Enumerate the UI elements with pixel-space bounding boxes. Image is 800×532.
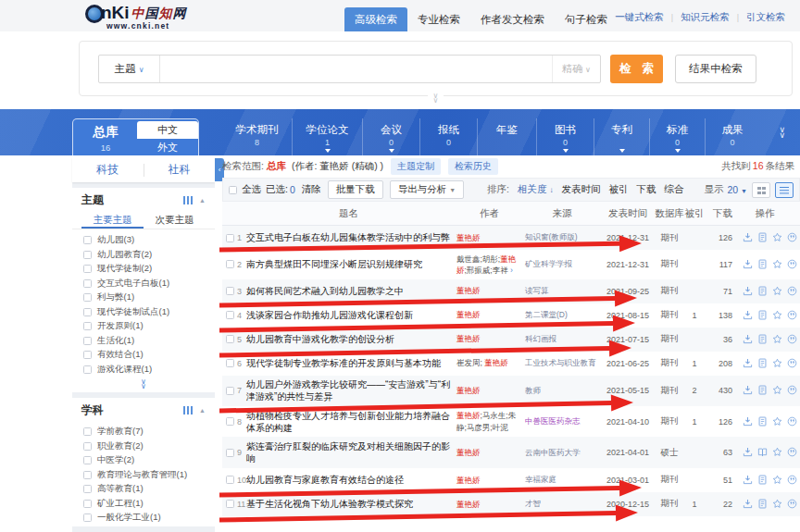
cite-icon[interactable]: [787, 256, 797, 273]
sort-被引[interactable]: 被引: [608, 183, 628, 196]
nav-tab[interactable]: 专业检索: [407, 7, 470, 31]
result-title[interactable]: 交互式电子白板在幼儿园集体教学活动中的利与弊: [246, 231, 456, 243]
row-checkbox[interactable]: [226, 476, 234, 484]
quick-link[interactable]: 一键式检索: [607, 11, 671, 24]
field-selector[interactable]: 主题 ∨: [99, 56, 160, 82]
filter-item[interactable]: 中医学(2): [72, 453, 215, 468]
col-header[interactable]: 发表时间: [601, 207, 655, 220]
filter-item[interactable]: 职业教育(2): [72, 439, 215, 454]
row-checkbox[interactable]: [226, 234, 234, 242]
cite-icon[interactable]: [787, 307, 797, 324]
col-header[interactable]: 数据库: [655, 207, 684, 220]
cite-icon[interactable]: [787, 496, 797, 513]
filter-item[interactable]: 利与弊(1): [72, 291, 215, 305]
result-authors[interactable]: 崔发周; 董艳娇: [456, 357, 525, 368]
search-button[interactable]: 检 索: [610, 55, 663, 83]
sort-发表时间[interactable]: 发表时间: [561, 183, 600, 196]
row-checkbox[interactable]: [226, 311, 234, 319]
row-checkbox[interactable]: [226, 287, 234, 295]
topic-custom-button[interactable]: 主题定制: [391, 158, 441, 175]
collect-star-icon[interactable]: [772, 307, 782, 324]
db-category-专利[interactable]: 专利: [594, 118, 650, 155]
result-title[interactable]: 幼儿园户外游戏教学比较研究——“安吉游戏”与“利津游戏”的共性与差异: [246, 378, 456, 402]
result-title[interactable]: 基于生活化视角下幼儿体验教学模式探究: [246, 498, 456, 510]
cite-icon[interactable]: [787, 472, 797, 489]
filter-item[interactable]: 交互式电子白板(1): [72, 277, 215, 291]
download-icon[interactable]: [743, 472, 753, 489]
result-title[interactable]: 浅谈家园合作助推幼儿园游戏化课程创新: [246, 309, 456, 321]
filter-item[interactable]: 高等教育(1): [72, 482, 215, 497]
result-source[interactable]: 工业技术与职业教育: [525, 358, 601, 368]
read-html-icon[interactable]: [757, 414, 768, 430]
result-authors[interactable]: 董艳娇: [456, 499, 525, 510]
db-category-会议[interactable]: 会议0: [363, 118, 420, 155]
collect-star-icon[interactable]: [772, 444, 782, 461]
export-analyze-button[interactable]: 导出与分析 ▼: [390, 180, 464, 199]
result-downloads[interactable]: 138: [705, 311, 732, 320]
result-downloads[interactable]: 71: [705, 287, 732, 296]
checkbox[interactable]: [83, 337, 92, 345]
collect-star-icon[interactable]: [772, 382, 782, 399]
collapse-icon[interactable]: ▲: [199, 407, 206, 414]
sort-相关度[interactable]: 相关度 ↓: [518, 183, 553, 196]
filter-item[interactable]: 游戏化课程(1): [72, 363, 215, 377]
cite-icon[interactable]: [787, 229, 797, 246]
tab-science[interactable]: 科技: [72, 162, 144, 178]
subtab[interactable]: 次要主题: [144, 211, 206, 229]
result-authors[interactable]: 戴世鑫;胡彤;董艳娇;邢振威;李祥 ›: [456, 254, 525, 277]
read-html-icon[interactable]: [757, 307, 768, 324]
download-icon[interactable]: [743, 307, 753, 324]
col-header[interactable]: 操作: [732, 207, 800, 220]
result-downloads[interactable]: 430: [705, 386, 732, 395]
collect-star-icon[interactable]: [772, 331, 782, 348]
result-cited[interactable]: 2: [684, 386, 705, 395]
result-source[interactable]: 矿业科学学报: [525, 259, 601, 269]
collect-star-icon[interactable]: [772, 472, 782, 489]
collect-star-icon[interactable]: [772, 355, 782, 372]
row-checkbox[interactable]: [226, 359, 234, 367]
result-downloads[interactable]: 126: [705, 417, 732, 427]
checkbox[interactable]: [83, 279, 92, 288]
expand-authors-icon[interactable]: ›: [510, 266, 513, 275]
total-db-block[interactable]: 总库16 中文 外文: [72, 118, 199, 155]
col-header[interactable]: 题名: [246, 207, 456, 220]
checkbox[interactable]: [83, 500, 92, 508]
checkbox[interactable]: [83, 265, 92, 273]
filter-item[interactable]: 一般化学工业(1): [72, 511, 215, 526]
db-category-学位论文[interactable]: 学位论文1: [293, 118, 363, 155]
db-category-标准[interactable]: 标准0: [650, 118, 706, 155]
result-source[interactable]: 教师: [525, 386, 601, 396]
nav-tab[interactable]: 高级检索: [344, 7, 407, 31]
col-header[interactable]: 下载: [705, 207, 732, 220]
checkbox[interactable]: [83, 322, 92, 330]
db-category-成果[interactable]: 成果0: [706, 118, 759, 155]
result-source[interactable]: 中兽医医药杂志: [525, 416, 601, 427]
page-size-select[interactable]: 20 ▼: [727, 184, 747, 195]
filter-item[interactable]: 矿业工程(1): [72, 497, 215, 512]
result-authors[interactable]: 董艳娇: [456, 385, 525, 396]
checkbox[interactable]: [83, 456, 92, 464]
result-authors[interactable]: 董艳娇: [456, 309, 525, 320]
sort-综合[interactable]: 综合: [664, 183, 683, 196]
result-authors[interactable]: 董艳娇: [456, 333, 525, 344]
result-source[interactable]: 读写算: [525, 286, 601, 296]
checkbox[interactable]: [83, 485, 92, 493]
read-html-icon[interactable]: [757, 283, 768, 300]
filter-item[interactable]: 现代学徒制(2): [72, 262, 215, 277]
result-source[interactable]: 知识窗(教师版): [525, 232, 601, 242]
tab-chinese[interactable]: 中文: [137, 121, 198, 139]
result-authors[interactable]: 董艳娇;马永生;朱静;马彦男;叶泥: [456, 410, 525, 433]
row-checkbox[interactable]: [226, 417, 234, 426]
search-in-results-button[interactable]: 结果中检索: [675, 55, 756, 83]
result-title[interactable]: 幼儿园教育中游戏化教学的创设分析: [246, 333, 456, 345]
download-icon[interactable]: [743, 256, 753, 273]
cite-icon[interactable]: [787, 283, 797, 300]
filter-item[interactable]: 开发原则(1): [72, 319, 215, 334]
cite-icon[interactable]: [787, 331, 797, 348]
result-title[interactable]: 幼儿园教育与家庭教育有效结合的途径: [246, 474, 456, 486]
search-input[interactable]: [160, 63, 552, 76]
result-cited[interactable]: 1: [684, 500, 705, 509]
filter-item[interactable]: 有效结合(1): [72, 348, 215, 363]
checkbox[interactable]: [83, 293, 92, 302]
row-checkbox[interactable]: [226, 335, 234, 343]
